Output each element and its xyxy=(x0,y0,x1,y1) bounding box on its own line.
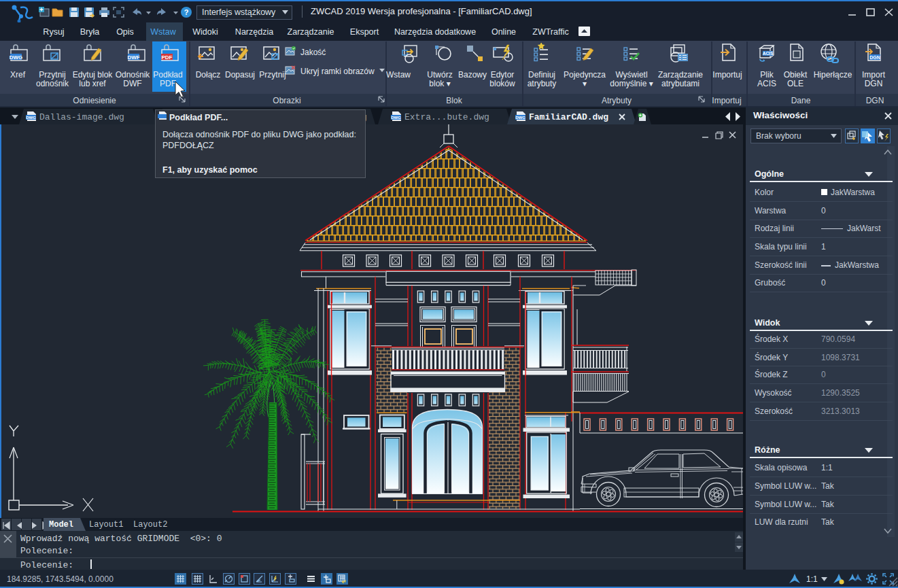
svg-text:?: ? xyxy=(184,8,189,16)
svg-text:DWG: DWG xyxy=(391,116,401,120)
svg-text:DGN: DGN xyxy=(869,55,880,60)
svg-text:DWF: DWF xyxy=(127,54,139,60)
svg-text:ACIS: ACIS xyxy=(763,51,774,56)
svg-text:PDF: PDF xyxy=(162,54,173,60)
svg-text:DWG: DWG xyxy=(10,54,23,60)
svg-text:DWG: DWG xyxy=(26,116,36,120)
svg-text:DWG: DWG xyxy=(515,116,525,120)
